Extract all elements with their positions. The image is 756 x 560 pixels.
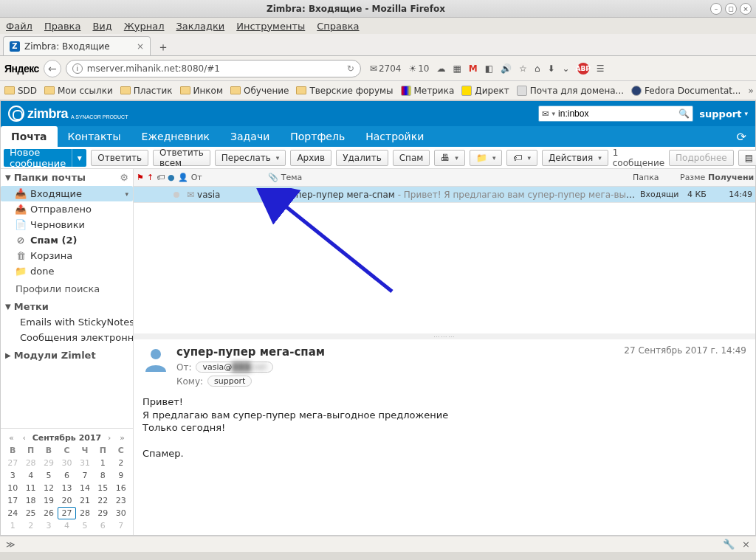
cal-day[interactable]: 25 [21,507,39,519]
menu-view[interactable]: Вид [92,21,111,32]
bookmark-edu[interactable]: Обучение [230,86,289,96]
status-close-icon[interactable]: × [742,539,750,550]
received-column[interactable]: Получени [708,173,752,182]
tab-mail[interactable]: Почта [1,126,58,147]
sash-handle[interactable]: ⋯⋯⋯ [134,333,755,339]
gmail-icon[interactable]: M [469,63,478,74]
forward-button[interactable]: Переслать [215,150,286,166]
bookmark-plastic[interactable]: Пластик [120,86,173,96]
tab-briefcase[interactable]: Портфель [280,126,355,147]
cal-day[interactable]: 16 [112,482,130,494]
back-button[interactable]: ← [44,60,61,77]
minimize-button[interactable]: – [710,3,722,15]
cal-day[interactable]: 29 [40,457,58,469]
priority-column-icon[interactable]: ↑ [147,173,154,182]
cal-day[interactable]: 7 [76,469,94,482]
folder-trash[interactable]: 🗑 Корзина [1,248,133,263]
new-tab-button[interactable]: ＋ [154,39,173,55]
site-info-icon[interactable]: i [72,63,83,74]
zimbra-logo[interactable]: zimbra A SYNACOR PRODUCT [8,106,128,122]
folder-inbox[interactable]: 📥 Входящие ▾ [1,186,133,201]
menu-icon[interactable]: ☰ [597,63,605,74]
cal-day[interactable]: 4 [58,519,75,532]
wrench-icon[interactable]: 🔧 [723,539,735,550]
cal-day[interactable]: 29 [94,507,111,519]
cal-day[interactable]: 31 [76,457,94,469]
star-icon[interactable]: ☆ [519,63,527,74]
actions-button[interactable]: Действия [542,150,608,166]
compose-button[interactable]: Новое сообщение ▾ [4,149,86,167]
cal-day[interactable]: 24 [4,507,21,519]
bookmark-direct[interactable]: Директ [461,86,509,96]
menu-help[interactable]: Справка [317,21,359,32]
archive-button[interactable]: Архив [290,150,331,166]
bookmark-metrika[interactable]: Метрика [401,86,455,96]
cal-day[interactable]: 28 [76,507,94,519]
reply-all-button[interactable]: Ответить всем [153,150,210,166]
cal-day[interactable]: 5 [76,519,94,532]
ext-icon-3[interactable]: ◧ [485,63,493,74]
menu-history[interactable]: Журнал [124,21,165,32]
cal-day[interactable]: 12 [40,482,58,494]
cal-day[interactable]: 30 [112,507,130,519]
compose-dropdown[interactable]: ▾ [72,149,86,167]
search-profiles[interactable]: Профили поиска [1,279,133,297]
bookmark-sdd[interactable]: SDD [4,86,37,96]
adblock-icon[interactable]: ABP [577,63,589,75]
cal-day[interactable]: 2 [21,519,39,532]
cal-day[interactable]: 19 [40,494,58,507]
cal-day[interactable]: 22 [94,494,111,507]
cal-day[interactable]: 27 [58,507,75,519]
message-row[interactable]: ✉ vasia супер-пупер мега-спам - Привет! … [134,187,755,203]
tag-stickynotes[interactable]: Emails with StickyNotes [1,314,133,330]
tab-settings[interactable]: Настройки [355,126,434,147]
sound-icon[interactable]: 🔊 [501,63,512,74]
tab-contacts[interactable]: Контакты [58,126,131,147]
cal-day[interactable]: 11 [21,482,39,494]
more-button[interactable]: Подробнее [669,150,734,166]
from-self-column-icon[interactable]: 👤 [178,173,188,182]
mail-counter[interactable]: ✉ 2704 [370,63,402,74]
ext-icon-cloud[interactable]: ☁ [436,63,445,74]
tab-tasks[interactable]: Задачи [220,126,280,147]
menu-file[interactable]: Файл [6,21,32,32]
cal-day[interactable]: 6 [94,519,111,532]
tag-menu-button[interactable]: 🏷 [506,150,537,166]
bookmarks-overflow[interactable]: » [748,86,753,96]
cal-day[interactable]: 13 [58,482,75,494]
pocket-icon[interactable]: ⌄ [563,63,570,74]
cal-day[interactable]: 7 [112,519,130,532]
bookmark-fedora[interactable]: Fedora Documentat... [631,86,740,96]
bookmark-forums[interactable]: Тверские форумы [296,86,393,96]
attachment-column-icon[interactable]: 📎 [268,173,278,182]
cal-day[interactable]: 8 [94,469,111,482]
chevron-down-icon[interactable]: ▾ [125,190,128,198]
cal-day[interactable]: 30 [58,457,75,469]
cal-day[interactable]: 10 [4,482,21,494]
tab-close-button[interactable]: × [137,41,144,52]
cal-day[interactable]: 6 [58,469,75,482]
cal-day[interactable]: 23 [112,494,130,507]
download-icon[interactable]: ⬇ [548,63,555,74]
cal-next-fast[interactable]: » [117,433,127,443]
maximize-button[interactable]: ◻ [725,3,737,15]
home-icon[interactable]: ⌂ [535,63,540,74]
bookmark-links[interactable]: Мои ссылки [44,86,113,96]
cal-day[interactable]: 17 [4,494,21,507]
weather-widget[interactable]: ☀ 10 [408,63,429,74]
bookmark-inkom[interactable]: Инком [180,86,223,96]
bookmark-domainmail[interactable]: Почта для домена... [517,86,624,96]
folder-drafts[interactable]: 📄 Черновики [1,217,133,232]
cal-day[interactable]: 14 [76,482,94,494]
cal-day[interactable]: 9 [112,469,130,482]
cal-day[interactable]: 3 [40,519,58,532]
zimlets-header[interactable]: ▶ Модули Zimlet [1,345,133,363]
search-box[interactable]: ✉ ▾ 🔍 [538,106,693,122]
console-icon[interactable]: ≫ [6,539,16,550]
tab-calendar[interactable]: Ежедневник [131,126,220,147]
cal-day[interactable]: 18 [21,494,39,507]
flag-column-icon[interactable]: ⚑ [137,173,144,182]
folder-column[interactable]: Папка [633,173,677,182]
menu-bookmarks[interactable]: Закладки [176,21,225,32]
cal-prev[interactable]: ‹ [21,433,28,443]
